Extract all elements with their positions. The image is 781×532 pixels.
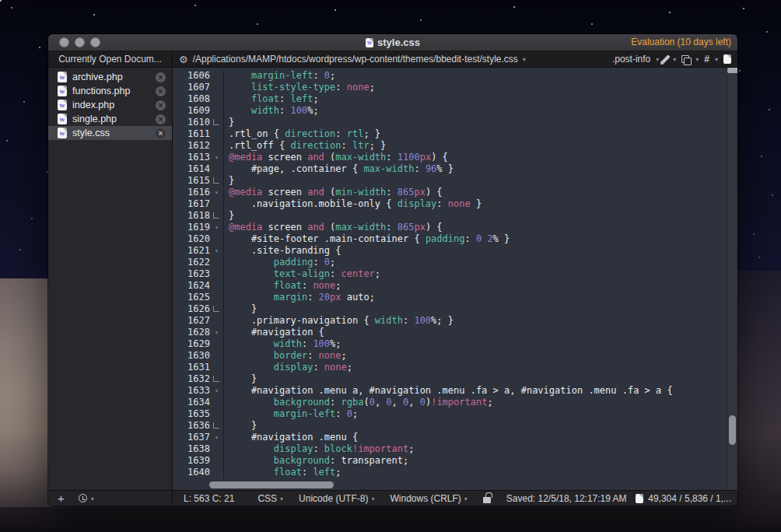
document-stats-icon[interactable]: w — [636, 494, 643, 503]
line-number: 1619 — [173, 222, 210, 233]
horizontal-scrollbar-thumb[interactable] — [209, 481, 334, 488]
unlock-icon[interactable] — [483, 497, 491, 503]
title-bar[interactable]: w style.css Evaluation (10 days left) — [48, 34, 737, 51]
code-line-1606[interactable]: 1606 margin-left: 0; — [173, 70, 727, 82]
file-path-menu[interactable]: /Applications/MAMP/htdocs/wordpress/wp-c… — [193, 54, 518, 65]
code-line-1626[interactable]: 1626 } — [173, 303, 727, 315]
zoom-window-button[interactable] — [90, 37, 100, 47]
code-text: } — [229, 373, 727, 385]
chevron-down-icon: ▾ — [523, 57, 526, 63]
sidebar-file-style.css[interactable]: wstyle.css× — [48, 126, 172, 140]
code-line-1630[interactable]: 1630 border: none; — [173, 350, 727, 362]
code-line-1609[interactable]: 1609 width: 100%; — [173, 105, 727, 117]
code-line-1616[interactable]: 1616▾@media screen and (min-width: 865px… — [173, 187, 727, 198]
sidebar-file-index.php[interactable]: windex.php× — [48, 98, 172, 112]
new-document-icon[interactable]: w — [723, 54, 731, 64]
close-file-icon[interactable]: × — [156, 86, 166, 96]
code-line-1624[interactable]: 1624 float: none; — [173, 280, 727, 292]
code-line-1636[interactable]: 1636 } — [173, 420, 727, 432]
horizontal-scrollbar[interactable] — [173, 481, 727, 488]
code-line-1634[interactable]: 1634 background: rgba(0, 0, 0, 0)!import… — [173, 397, 727, 408]
fold-marker-icon[interactable]: ▾ — [210, 222, 224, 233]
code-text: float: none; — [229, 280, 727, 292]
fold-marker-icon[interactable]: ▾ — [210, 385, 224, 397]
code-editor[interactable]: 1606 margin-left: 0;1607 list-style-type… — [173, 68, 737, 490]
code-line-1633[interactable]: 1633▾ #navigation .menu a, #navigation .… — [173, 385, 727, 397]
code-line-1631[interactable]: 1631 display: none; — [173, 362, 727, 373]
fold-marker-icon[interactable]: ▾ — [210, 432, 224, 443]
fold-marker-icon[interactable]: ▾ — [210, 152, 224, 163]
recent-documents-menu[interactable]: ▾ — [79, 494, 94, 502]
code-line-1620[interactable]: 1620 #site-footer .main-container { padd… — [173, 233, 727, 245]
pencil-icon[interactable] — [662, 54, 671, 63]
fold-marker-icon[interactable] — [210, 420, 224, 432]
code-line-1632[interactable]: 1632 } — [173, 373, 727, 385]
code-line-1614[interactable]: 1614 #page, .container { max-width: 96% … — [173, 163, 727, 175]
code-line-1637[interactable]: 1637▾ #navigation .menu { — [173, 432, 727, 443]
code-line-1621[interactable]: 1621▾ .site-branding { — [173, 245, 727, 257]
code-line-1628[interactable]: 1628▾ #navigation { — [173, 327, 727, 338]
vertical-scrollbar-thumb[interactable] — [729, 415, 736, 445]
document-size-info: 49,304 / 5,836 / 1,... — [648, 493, 731, 504]
code-line-1617[interactable]: 1617 .navigation.mobile-only { display: … — [173, 198, 727, 210]
code-text: .rtl_off { direction: ltr; } — [229, 140, 727, 152]
fold-gutter — [210, 467, 224, 478]
fold-marker-icon[interactable] — [210, 373, 224, 385]
minimize-window-button[interactable] — [75, 37, 85, 47]
scrollbar-top-widget[interactable] — [727, 68, 737, 73]
code-line-1627[interactable]: 1627 .primary-navigation { width: 100%; … — [173, 315, 727, 327]
fold-marker-icon[interactable] — [210, 303, 224, 315]
code-line-1625[interactable]: 1625 margin: 20px auto; — [173, 292, 727, 303]
encoding-menu[interactable]: Unicode (UTF-8) — [299, 493, 368, 504]
code-line-1608[interactable]: 1608 float: left; — [173, 93, 727, 105]
fold-marker-icon[interactable] — [210, 175, 224, 187]
sidebar-file-functions.php[interactable]: wfunctions.php× — [48, 84, 172, 98]
code-line-1635[interactable]: 1635 margin-left: 0; — [173, 408, 727, 420]
fold-marker-icon[interactable]: ▾ — [210, 187, 224, 198]
fold-marker-icon[interactable] — [210, 210, 224, 222]
code-line-1623[interactable]: 1623 text-align: center; — [173, 268, 727, 280]
code-line-1612[interactable]: 1612.rtl_off { direction: ltr; } — [173, 140, 727, 152]
sidebar-file-archive.php[interactable]: warchive.php× — [48, 70, 172, 84]
language-menu[interactable]: CSS — [257, 493, 277, 504]
code-line-1619[interactable]: 1619▾@media screen and (max-width: 865px… — [173, 222, 727, 233]
close-file-icon[interactable]: × — [156, 72, 166, 82]
code-line-1639[interactable]: 1639 background: transparent; — [173, 455, 727, 467]
line-number: 1636 — [173, 420, 210, 432]
code-line-1610[interactable]: 1610} — [173, 117, 727, 128]
line-endings-menu[interactable]: Windows (CRLF) — [390, 493, 461, 504]
markers-menu[interactable]: # — [704, 54, 709, 65]
scope-selector-menu[interactable]: .post-info — [612, 54, 650, 65]
gear-icon[interactable]: ⚙ — [179, 54, 188, 65]
vertical-scrollbar[interactable] — [727, 68, 737, 490]
code-line-1640[interactable]: 1640 float: left; — [173, 467, 727, 478]
close-file-icon[interactable]: × — [156, 128, 166, 138]
fold-marker-icon[interactable]: ▾ — [210, 245, 224, 257]
close-window-button[interactable] — [59, 37, 69, 47]
sidebar-file-single.php[interactable]: wsingle.php× — [48, 112, 172, 126]
code-line-1629[interactable]: 1629 width: 100%; — [173, 338, 727, 350]
code-lines[interactable]: 1606 margin-left: 0;1607 list-style-type… — [173, 68, 727, 490]
fold-marker-icon[interactable] — [210, 117, 224, 128]
line-number: 1620 — [173, 233, 210, 245]
code-line-1638[interactable]: 1638 display: block!important; — [173, 443, 727, 455]
sidebar-header[interactable]: Currently Open Docum... — [48, 51, 173, 67]
code-line-1607[interactable]: 1607 list-style-type: none; — [173, 82, 727, 93]
line-number: 1637 — [173, 432, 210, 443]
close-file-icon[interactable]: × — [156, 114, 166, 124]
fold-marker-icon[interactable]: ▾ — [210, 327, 224, 338]
documents-icon[interactable] — [681, 55, 690, 64]
code-line-1615[interactable]: 1615} — [173, 175, 727, 187]
code-line-1618[interactable]: 1618} — [173, 210, 727, 222]
close-file-icon[interactable]: × — [156, 100, 166, 110]
line-number: 1635 — [173, 408, 210, 420]
line-number: 1621 — [173, 245, 210, 257]
line-number: 1624 — [173, 280, 210, 292]
code-line-1613[interactable]: 1613▾@media screen and (max-width: 1100p… — [173, 152, 727, 163]
code-line-1622[interactable]: 1622 padding: 0; — [173, 257, 727, 268]
fold-gutter — [210, 455, 224, 467]
code-line-1611[interactable]: 1611.rtl_on { direction: rtl; } — [173, 128, 727, 140]
code-text: background: rgba(0, 0, 0, 0)!important; — [229, 397, 727, 408]
fold-gutter — [210, 315, 224, 327]
add-document-button[interactable]: + — [58, 492, 65, 504]
